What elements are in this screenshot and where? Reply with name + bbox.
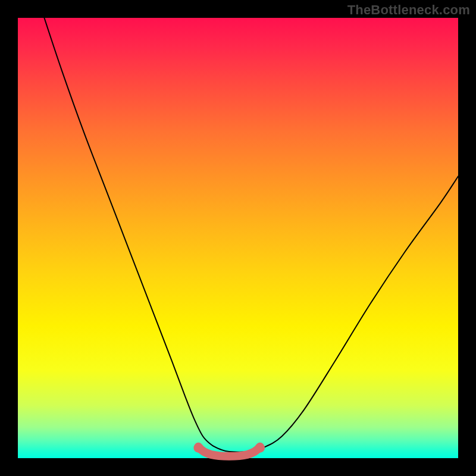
sweet-spot-endpoint-right [255, 443, 265, 453]
sweet-spot-endpoint-left [193, 443, 203, 453]
watermark-text: TheBottleneck.com [347, 2, 470, 18]
bottleneck-curve-line [44, 18, 458, 452]
curve-svg [18, 18, 458, 458]
chart-frame: TheBottleneck.com [0, 0, 476, 476]
plot-area [18, 18, 458, 458]
